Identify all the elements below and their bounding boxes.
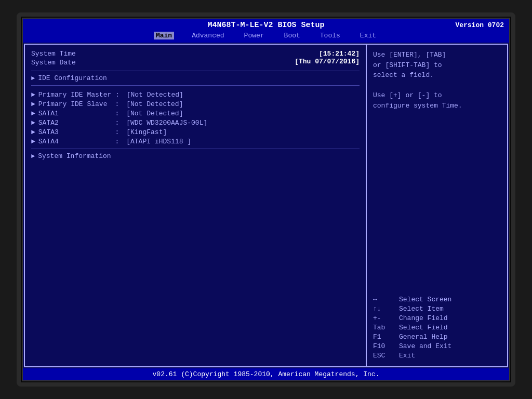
menu-items-row: Main Advanced Power Boot Tools Exit: [23, 31, 509, 42]
colon-1: :: [111, 91, 123, 99]
sata1-value: [Not Detected]: [126, 110, 183, 117]
colon-3: :: [111, 110, 123, 117]
menu-item-exit[interactable]: Exit: [358, 32, 378, 39]
sata4-entry[interactable]: ► SATA4 : [ATAPI iHDS118 ]: [31, 138, 360, 145]
key-row-esc: ESC Exit: [373, 352, 501, 360]
help-line-3: select a field.: [373, 70, 501, 81]
key-symbol-f1: F1: [373, 333, 399, 341]
primary-ide-slave-entry[interactable]: ► Primary IDE Slave : [Not Detected]: [31, 100, 360, 108]
system-time-label: System Time: [31, 50, 76, 58]
menu-item-advanced[interactable]: Advanced: [190, 32, 226, 39]
sata1-entry[interactable]: ► SATA1 : [Not Detected]: [31, 110, 360, 117]
primary-ide-master-entry[interactable]: ► Primary IDE Master : [Not Detected]: [31, 91, 360, 99]
key-symbol-arrows: ↔: [373, 296, 399, 303]
colon-6: :: [111, 138, 123, 145]
key-desc-select-item: Select Item: [399, 305, 444, 313]
menu-item-power[interactable]: Power: [242, 32, 267, 39]
sata2-entry[interactable]: ► SATA2 : [WDC WD3200AAJS-00L]: [31, 119, 360, 127]
bios-title: M4N68T-M-LE-V2 BIOS Setup: [207, 21, 324, 30]
right-panel: Use [ENTER], [TAB] or [SHIFT-TAB] to sel…: [367, 45, 507, 366]
key-desc-general-help: General Help: [399, 333, 448, 341]
key-symbol-esc: ESC: [373, 352, 399, 360]
ide-section: ► Primary IDE Master : [Not Detected] ► …: [31, 91, 360, 145]
primary-ide-master-value: [Not Detected]: [127, 91, 183, 99]
colon-2: :: [111, 100, 123, 108]
key-desc-esc: Exit: [399, 352, 415, 360]
menu-item-main[interactable]: Main: [154, 32, 174, 39]
primary-ide-master-label: Primary IDE Master: [38, 91, 111, 99]
ide-config-label: IDE Configuration: [38, 74, 107, 82]
menu-item-boot[interactable]: Boot: [282, 32, 302, 39]
copyright-text: v02.61 (C)Copyright 1985-2010, American …: [153, 370, 380, 378]
key-legend: ↔ Select Screen ↑↓ Select Item +- Change…: [373, 294, 501, 361]
divider-1: [31, 71, 360, 71]
sata3-arrow: ►: [31, 128, 35, 136]
key-symbol-updown: ↑↓: [373, 305, 399, 313]
primary-ide-slave-label: Primary IDE Slave: [38, 100, 111, 108]
system-info-label: System Information: [38, 152, 111, 160]
key-row-select-screen: ↔ Select Screen: [373, 296, 501, 303]
bios-screen: M4N68T-M-LE-V2 BIOS Setup Version 0702 M…: [22, 18, 510, 381]
bios-title-row: M4N68T-M-LE-V2 BIOS Setup Version 0702: [23, 20, 509, 31]
system-time-date-row: System Time System Date [15:21:42] [Thu …: [31, 50, 360, 66]
left-panel: System Time System Date [15:21:42] [Thu …: [25, 45, 367, 366]
system-date-value[interactable]: [Thu 07/07/2016]: [295, 58, 360, 65]
menu-item-tools[interactable]: Tools: [318, 32, 342, 39]
sata3-label: SATA3: [38, 128, 111, 136]
sata4-arrow: ►: [31, 138, 35, 145]
sata2-arrow: ►: [31, 119, 35, 127]
key-row-select-item: ↑↓ Select Item: [373, 305, 501, 313]
help-line-1: Use [ENTER], [TAB]: [373, 50, 501, 60]
bottom-bar: v02.61 (C)Copyright 1985-2010, American …: [23, 368, 509, 380]
monitor-bezel: M4N68T-M-LE-V2 BIOS Setup Version 0702 M…: [17, 12, 515, 387]
key-desc-change-field: Change Field: [399, 314, 448, 322]
help-line-2: or [SHIFT-TAB] to: [373, 60, 501, 71]
system-info-entry[interactable]: ► System Information: [31, 152, 360, 160]
key-row-change-field: +- Change Field: [373, 314, 501, 322]
divider-3: [31, 149, 360, 149]
sys-time-date-labels: System Time System Date: [31, 50, 76, 66]
divider-2: [31, 85, 360, 86]
key-symbol-tab: Tab: [373, 324, 399, 331]
system-info-arrow: ►: [31, 153, 35, 160]
help-line-6: configure system Time.: [373, 101, 501, 111]
primary-ide-slave-value: [Not Detected]: [126, 100, 183, 108]
sata1-label: SATA1: [38, 110, 111, 117]
sata3-entry[interactable]: ► SATA3 : [KingFast]: [31, 128, 360, 136]
main-content: System Time System Date [15:21:42] [Thu …: [24, 44, 508, 367]
primary-ide-slave-arrow: ►: [31, 100, 35, 108]
key-desc-select-field: Select Field: [399, 324, 448, 331]
help-text: Use [ENTER], [TAB] or [SHIFT-TAB] to sel…: [373, 50, 501, 111]
sata4-label: SATA4: [38, 138, 111, 145]
sata4-value: [ATAPI iHDS118 ]: [126, 138, 191, 145]
system-time-value[interactable]: [15:21:42]: [319, 50, 360, 58]
system-date-label: System Date: [31, 59, 76, 66]
key-desc-save-exit: Save and Exit: [399, 342, 451, 350]
sata3-value: [KingFast]: [126, 128, 167, 136]
key-row-general-help: F1 General Help: [373, 333, 501, 341]
key-desc-select-screen: Select Screen: [399, 296, 451, 303]
sata2-value: [WDC WD3200AAJS-00L]: [126, 119, 207, 127]
ide-config-entry[interactable]: ► IDE Configuration: [31, 74, 360, 82]
key-row-select-field: Tab Select Field: [373, 324, 501, 331]
sata1-arrow: ►: [31, 110, 35, 117]
help-line-5: Use [+] or [-] to: [373, 90, 501, 101]
sata2-label: SATA2: [38, 119, 111, 127]
colon-4: :: [111, 119, 123, 127]
key-symbol-plusminus: +-: [373, 314, 399, 322]
menu-bar: M4N68T-M-LE-V2 BIOS Setup Version 0702 M…: [23, 19, 509, 43]
key-symbol-f10: F10: [373, 342, 399, 350]
primary-ide-master-arrow: ►: [31, 91, 35, 99]
colon-5: :: [111, 128, 123, 136]
key-row-save-exit: F10 Save and Exit: [373, 342, 501, 350]
ide-config-arrow: ►: [31, 75, 35, 82]
bios-version: Version 0702: [455, 21, 504, 29]
sys-time-date-values: [15:21:42] [Thu 07/07/2016]: [295, 50, 360, 66]
